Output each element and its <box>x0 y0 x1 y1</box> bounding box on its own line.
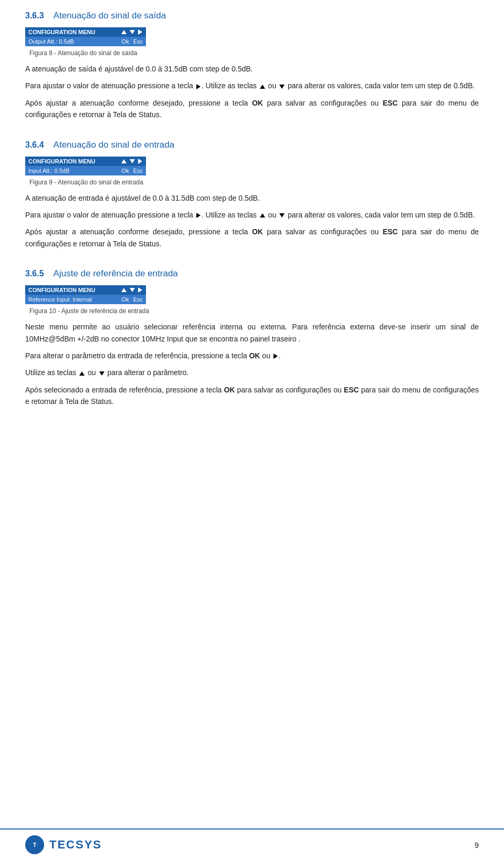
para-3-6-5-3: Utilize as teclas ou para alterar o parâ… <box>25 367 479 378</box>
header-arrows-3-6-4 <box>121 159 143 164</box>
section-heading-3-6-5: 3.6.5 Ajuste de referência de entrada <box>25 268 479 279</box>
config-menu-header-3-6-5: CONFIGURATION MENU <box>25 285 146 295</box>
arrow-right-inline-2 <box>196 213 201 218</box>
arrow-up-inline-3 <box>79 371 85 376</box>
para-3-6-5-4: Após selecionado a entrada de referência… <box>25 384 479 408</box>
section-3-6-5: 3.6.5 Ajuste de referência de entrada CO… <box>25 268 479 407</box>
row-ok-3-6-4: Ok <box>122 168 129 174</box>
para-3-6-3-1: A atenuação de saída é ajustável de 0.0 … <box>25 63 479 75</box>
row-esc-3-6-3: Esc <box>133 38 143 45</box>
section-3-6-3: 3.6.3 Atenuação do sinal de saída CONFIG… <box>25 11 479 121</box>
tecsys-logo-icon: T <box>25 835 44 854</box>
figura-caption-3-6-4: Figura 9 - Atenuação do sinal de entrada <box>29 179 479 186</box>
arrow-right-icon-3-6-3 <box>138 29 142 35</box>
arrow-up-inline-2 <box>260 213 265 217</box>
arrow-right-inline-1 <box>196 84 201 89</box>
section-num-3-6-5: 3.6.5 <box>25 269 44 278</box>
arrow-right-inline-3 <box>274 354 278 359</box>
arrow-up-icon-3-6-4 <box>121 159 127 163</box>
section-title-3-6-4: Atenuação do sinal de entrada <box>54 140 175 150</box>
footer-page-number: 9 <box>475 841 479 849</box>
para-3-6-4-1: A atenuação de entrada é ajustável de 0.… <box>25 192 479 204</box>
row-actions-3-6-5: Ok Esc <box>122 296 143 303</box>
arrow-down-inline-2 <box>279 213 285 217</box>
row-ok-3-6-3: Ok <box>122 38 129 45</box>
para-3-6-3-2: Para ajustar o valor de atenuação pressi… <box>25 80 479 91</box>
arrow-up-inline-1 <box>260 85 265 89</box>
para-3-6-4-2: Para ajustar o valor de atenuação pressi… <box>25 209 479 221</box>
tecsys-logo-svg: T <box>29 839 40 851</box>
figura-caption-3-6-3: Figura 8 - Atenuação do sinal de saída <box>29 49 479 57</box>
arrow-down-icon-3-6-3 <box>130 30 135 34</box>
section-title-3-6-5: Ajuste de referência de entrada <box>54 268 178 279</box>
config-menu-header-3-6-3: CONFIGURATION MENU <box>25 27 146 37</box>
footer-logo-sys: SYS <box>76 838 102 851</box>
row-esc-3-6-4: Esc <box>133 168 143 174</box>
para-3-6-5-2: Para alterar o parâmetro da entrada de r… <box>25 350 479 361</box>
config-menu-header-3-6-4: CONFIGURATION MENU <box>25 157 146 166</box>
footer-logo-text: TECSYS <box>49 838 102 852</box>
para-3-6-4-3: Após ajustar a atenuação conforme deseja… <box>25 226 479 250</box>
row-actions-3-6-4: Ok Esc <box>122 168 143 174</box>
para-3-6-3-3: Após ajustar a atenuação conforme deseja… <box>25 97 479 121</box>
arrow-right-icon-3-6-5 <box>138 287 142 293</box>
arrow-down-inline-3 <box>99 371 104 376</box>
config-menu-row-3-6-5: Reference Input: Internal Ok Esc <box>25 295 146 304</box>
footer-logo: T TECSYS <box>25 835 102 854</box>
arrow-down-icon-3-6-5 <box>130 288 135 292</box>
config-menu-row-label-3-6-3: Output Att.: 0.5dB <box>28 38 74 45</box>
config-menu-row-label-3-6-4: Input Att.: 0.5dB <box>28 168 69 174</box>
config-menu-row-3-6-4: Input Att.: 0.5dB Ok Esc <box>25 166 146 175</box>
figura-caption-3-6-5: Figura 10 - Ajuste de referência de entr… <box>29 307 479 315</box>
config-menu-3-6-5: CONFIGURATION MENU Reference Input: Inte… <box>25 285 146 304</box>
footer-logo-tec: TEC <box>49 838 76 851</box>
arrow-right-icon-3-6-4 <box>138 159 142 164</box>
arrow-up-icon-3-6-5 <box>121 288 127 292</box>
config-menu-row-label-3-6-5: Reference Input: Internal <box>28 296 92 303</box>
row-actions-3-6-3: Ok Esc <box>122 38 143 45</box>
row-ok-3-6-5: Ok <box>122 296 129 303</box>
section-3-6-4: 3.6.4 Atenuação do sinal de entrada CONF… <box>25 140 479 250</box>
section-num-3-6-3: 3.6.3 <box>25 11 44 20</box>
header-arrows-3-6-3 <box>121 29 143 35</box>
config-menu-3-6-4: CONFIGURATION MENU Input Att.: 0.5dB Ok … <box>25 157 146 175</box>
config-menu-header-label-3-6-3: CONFIGURATION MENU <box>28 29 96 35</box>
section-heading-3-6-3: 3.6.3 Atenuação do sinal de saída <box>25 11 479 21</box>
row-esc-3-6-5: Esc <box>133 296 143 303</box>
section-num-3-6-4: 3.6.4 <box>25 140 44 150</box>
arrow-down-inline-1 <box>279 85 285 89</box>
arrow-up-icon-3-6-3 <box>121 30 127 34</box>
config-menu-header-label-3-6-5: CONFIGURATION MENU <box>28 287 96 293</box>
config-menu-row-3-6-3: Output Att.: 0.5dB Ok Esc <box>25 37 146 46</box>
svg-text:T: T <box>33 842 37 848</box>
section-heading-3-6-4: 3.6.4 Atenuação do sinal de entrada <box>25 140 479 150</box>
header-arrows-3-6-5 <box>121 287 143 293</box>
page-content: 3.6.3 Atenuação do sinal de saída CONFIG… <box>0 0 504 468</box>
para-3-6-5-1: Neste menu permite ao usuário selecionar… <box>25 321 479 345</box>
arrow-down-icon-3-6-4 <box>130 159 135 163</box>
config-menu-header-label-3-6-4: CONFIGURATION MENU <box>28 158 96 164</box>
page-footer: T TECSYS 9 <box>0 828 504 860</box>
section-title-3-6-3: Atenuação do sinal de saída <box>54 11 166 21</box>
config-menu-3-6-3: CONFIGURATION MENU Output Att.: 0.5dB Ok… <box>25 27 146 46</box>
